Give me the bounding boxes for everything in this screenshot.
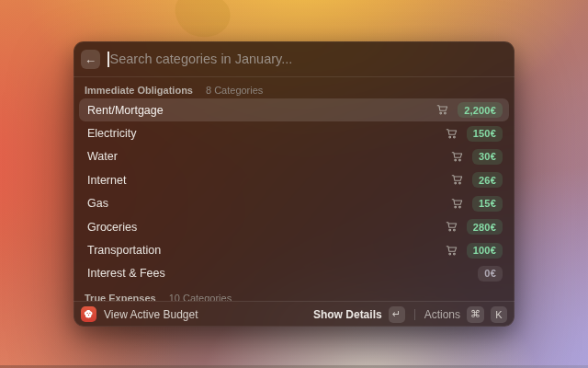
actions-button[interactable]: Actions	[424, 308, 460, 321]
category-label: Transportation	[87, 244, 161, 257]
command-palette-window: ← Immediate Obligations 8 Categories Ren…	[74, 41, 514, 327]
cart-icon	[446, 128, 458, 140]
category-row-interest-fees[interactable]: Interest & Fees 0€	[79, 262, 509, 285]
results-list: Immediate Obligations 8 Categories Rent/…	[74, 77, 514, 301]
cart-icon	[451, 151, 463, 163]
category-row-transportation[interactable]: Transportation 100€	[79, 238, 509, 261]
cart-icon	[436, 104, 448, 116]
footer-divider	[414, 309, 415, 320]
category-row-internet[interactable]: Internet 26€	[79, 168, 509, 191]
category-row-rent-mortgage[interactable]: Rent/Mortgage 2,200€	[79, 98, 509, 121]
budget-app-icon	[81, 306, 96, 322]
category-label: Groceries	[87, 221, 137, 234]
section-header-immediate-obligations: Immediate Obligations 8 Categories	[74, 77, 514, 98]
category-label: Internet	[87, 174, 126, 187]
command-key-icon: ⌘	[467, 306, 484, 323]
active-budget-label[interactable]: View Active Budget	[104, 308, 198, 321]
search-input[interactable]	[110, 52, 504, 66]
category-row-electricity[interactable]: Electricity 150€	[79, 121, 509, 144]
section-count: 8 Categories	[206, 85, 263, 96]
text-caret	[107, 52, 109, 67]
amount-badge: 280€	[467, 219, 503, 235]
section-label: True Expenses	[85, 293, 156, 301]
section-count: 10 Categories	[169, 293, 232, 301]
back-arrow-icon: ←	[85, 50, 96, 69]
category-label: Rent/Mortgage	[87, 104, 164, 117]
back-button[interactable]: ←	[81, 50, 100, 69]
search-bar: ←	[74, 41, 514, 77]
amount-badge: 150€	[467, 126, 503, 142]
amount-badge: 100€	[467, 243, 503, 259]
cart-icon	[451, 198, 463, 210]
category-label: Gas	[87, 197, 108, 210]
cart-icon	[451, 174, 463, 186]
cart-icon	[446, 221, 458, 233]
amount-badge: 0€	[478, 266, 503, 282]
show-details-button[interactable]: Show Details	[313, 308, 382, 321]
category-row-water[interactable]: Water 30€	[79, 145, 509, 168]
category-label: Water	[87, 150, 118, 163]
category-label: Electricity	[87, 127, 136, 140]
category-row-gas[interactable]: Gas 15€	[79, 192, 509, 215]
cart-icon	[446, 245, 458, 257]
section-header-true-expenses: True Expenses 10 Categories	[74, 285, 514, 301]
amount-badge: 30€	[472, 149, 503, 165]
category-label: Interest & Fees	[87, 267, 165, 280]
wallpaper-leaf-shape	[171, 0, 237, 42]
amount-badge: 15€	[472, 196, 503, 212]
action-bar: View Active Budget Show Details ↵ Action…	[74, 301, 514, 327]
amount-badge: 2,200€	[458, 102, 503, 118]
return-key-icon: ↵	[389, 306, 405, 323]
category-row-groceries[interactable]: Groceries 280€	[79, 215, 509, 238]
section-label: Immediate Obligations	[85, 85, 193, 96]
k-key-icon: K	[491, 306, 507, 323]
amount-badge: 26€	[472, 172, 503, 188]
